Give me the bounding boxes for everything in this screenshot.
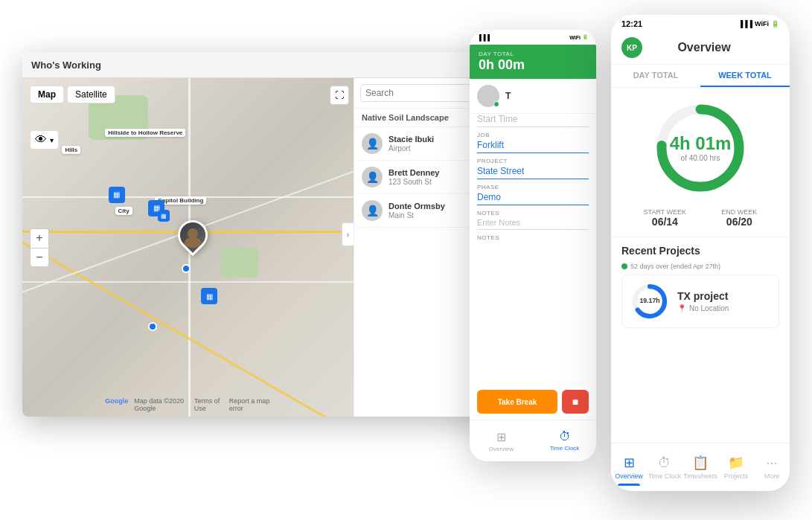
donut-time-value: 4h 01m — [670, 135, 732, 153]
notes2-field: NOTES — [477, 234, 589, 241]
mini-donut-label: 19.17h — [639, 297, 659, 304]
timeclock-tab-label: T — [505, 91, 511, 101]
timeclock-header: DAY TOTAL 0h 00m — [470, 45, 596, 79]
search-input[interactable] — [360, 84, 482, 102]
map-eye-button[interactable]: 👁 ▾ — [30, 130, 59, 150]
timeclock-actions: Take Break ■ — [470, 384, 596, 420]
donut-subtitle: of 40.00 hrs — [670, 154, 732, 162]
phone2-timesheets-icon: 📋 — [692, 455, 709, 471]
phone2-wifi-icon: WiFi — [755, 20, 769, 28]
project-label: PROJECT — [477, 158, 589, 164]
window-title: Who's Working — [31, 60, 101, 71]
take-break-button[interactable]: Take Break — [477, 390, 557, 414]
stop-button[interactable]: ■ — [562, 390, 589, 414]
notes-label: NOTES — [477, 210, 589, 216]
notes-value[interactable]: Enter Notes — [477, 218, 589, 230]
project-badge: 52 days over (ended Apr 27th) — [621, 263, 779, 270]
job-field: JOB Forklift — [477, 132, 589, 153]
map-zoom-controls: + − — [30, 228, 49, 267]
eye-btn-arrow: ▾ — [50, 136, 54, 144]
fullscreen-button[interactable]: ⛶ — [330, 86, 349, 105]
week-start-label: Start Week — [644, 208, 687, 216]
desktop-window: Who's Working ? Hillside to Hollow Reser… — [22, 52, 499, 417]
phone2-nav-timesheets[interactable]: 📋 Timesheets — [682, 452, 718, 483]
donut-center: 4h 01m of 40.00 hrs — [670, 135, 732, 162]
dot-pin-1 — [182, 264, 191, 273]
tab-week-total[interactable]: WEEK TOTAL — [700, 65, 790, 87]
week-end-label: End Week — [721, 208, 757, 216]
overview-nav-label: Overview — [489, 446, 514, 452]
phone1-signal: ▐▐▐ — [477, 34, 490, 41]
google-logo: Google — [105, 397, 128, 412]
zoom-out-button[interactable]: − — [30, 248, 49, 267]
window-titlebar: Who's Working ? — [22, 52, 499, 78]
project-card[interactable]: 19.17h TX project 📍 No Location — [621, 275, 779, 328]
phone2-header: KP Overview — [611, 33, 790, 65]
report-link[interactable]: Report a map error — [229, 397, 271, 412]
phone2-projects-label: Projects — [724, 472, 749, 480]
project-card-info: TX project 📍 No Location — [677, 290, 770, 312]
sidebar-collapse-button[interactable]: › — [342, 222, 354, 246]
job-value[interactable]: Forklift — [477, 140, 589, 153]
person-pin — [178, 220, 211, 260]
wifi-icon: WiFi — [569, 35, 581, 40]
start-time-value[interactable]: Start Time — [477, 114, 589, 127]
phone2-nav-overview[interactable]: ⊞ Overview — [611, 452, 647, 483]
satellite-tab-button[interactable]: Satellite — [67, 86, 115, 103]
phone2-more-label: More — [764, 472, 780, 480]
fullscreen-icon: ⛶ — [335, 90, 344, 100]
phone-timeclock: ▐▐▐ WiFi 🔋 DAY TOTAL 0h 00m T S — [470, 30, 596, 461]
map-green-2 — [221, 248, 258, 277]
mini-donut-chart: 19.17h — [631, 283, 668, 320]
status-dot — [493, 101, 499, 107]
phone2-overview-label: Overview — [615, 472, 643, 480]
timeclock-nav-icon: ⏱ — [559, 430, 571, 443]
donut-container: 4h 01m of 40.00 hrs — [611, 88, 790, 202]
timeclock-nav-label: Time Clock — [550, 445, 580, 452]
phone1-status-icons: WiFi 🔋 — [569, 34, 589, 40]
phone2-nav-more[interactable]: ··· More — [754, 452, 790, 483]
phone1-content: DAY TOTAL 0h 00m T Start Time JOB Forkli… — [470, 45, 596, 420]
map-area[interactable]: Hillside to Hollow Reserve City Capitol … — [22, 78, 354, 417]
tab-day-total[interactable]: DAY TOTAL — [611, 65, 700, 87]
notes-field: NOTES Enter Notes — [477, 210, 589, 230]
project-card-location: 📍 No Location — [677, 304, 770, 312]
map-tab-button[interactable]: Map — [30, 86, 64, 103]
window-body: Hillside to Hollow Reserve City Capitol … — [22, 78, 499, 417]
zoom-in-button[interactable]: + — [30, 228, 49, 248]
dot-pin-2 — [148, 322, 157, 331]
user-avatar-0: 👤 — [362, 133, 383, 154]
nav-timeclock[interactable]: ⏱ Time Clock — [533, 427, 596, 455]
phone1-status-bar: ▐▐▐ WiFi 🔋 — [470, 30, 596, 45]
map-view-controls: Map Satellite — [30, 86, 115, 103]
overview-nav-icon: ⊞ — [496, 430, 506, 444]
recent-projects: Recent Projects 52 days over (ended Apr … — [611, 237, 790, 443]
nav-overview[interactable]: ⊞ Overview — [470, 427, 533, 455]
pin-building-1: ▦ — [109, 187, 125, 203]
user-avatar-1: 👤 — [362, 167, 383, 187]
phone2-timeclock-label: Time Clock — [648, 472, 682, 480]
project-location-text: No Location — [689, 304, 729, 312]
phone2-bottom-nav: ⊞ Overview ⏱ Time Clock 📋 Timesheets 📁 P… — [611, 443, 790, 491]
phone2-battery-icon: 🔋 — [771, 20, 779, 28]
timeclock-avatar — [477, 85, 499, 107]
terms-link[interactable]: Terms of Use — [194, 397, 223, 412]
week-end-value: 06/20 — [721, 216, 757, 228]
phone2-time: 12:21 — [621, 19, 642, 28]
project-value[interactable]: State Street — [477, 166, 589, 179]
phone2-nav-projects[interactable]: 📁 Projects — [718, 452, 754, 483]
phone2-timesheets-label: Timesheets — [683, 472, 717, 480]
page-title: Overview — [629, 41, 779, 54]
phone2-tabs: DAY TOTAL WEEK TOTAL — [611, 65, 790, 88]
phase-value[interactable]: Demo — [477, 192, 589, 205]
week-end: End Week 06/20 — [721, 208, 757, 228]
scene: Who's Working ? Hillside to Hollow Reser… — [0, 0, 812, 520]
badge-text: 52 days over (ended Apr 27th) — [630, 263, 720, 270]
pin-building-3: ▦ — [158, 210, 170, 222]
phone2-nav-timeclock[interactable]: ⏱ Time Clock — [647, 452, 682, 483]
phone1-bottom-nav: ⊞ Overview ⏱ Time Clock — [470, 420, 596, 461]
phase-field: PHASE Demo — [477, 184, 589, 205]
phone2-overview-icon: ⊞ — [624, 455, 635, 471]
start-time-field: Start Time — [477, 114, 589, 127]
user-avatar-2: 👤 — [362, 200, 383, 221]
